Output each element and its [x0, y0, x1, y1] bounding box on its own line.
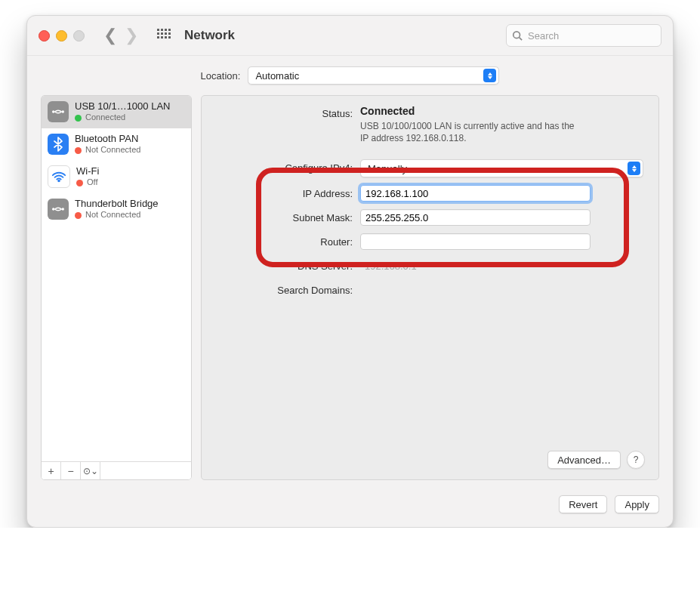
- status-description: USB 10/100/1000 LAN is currently active …: [360, 120, 579, 144]
- interface-detail-pane: Status: Connected USB 10/100/1000 LAN is…: [201, 95, 659, 480]
- configure-ipv4-popup[interactable]: Manually: [360, 159, 643, 177]
- sidebar-item-bluetooth-pan[interactable]: Bluetooth PAN Not Connected: [42, 128, 191, 161]
- location-popup[interactable]: Automatic: [248, 66, 499, 85]
- minimize-window-button[interactable]: [56, 30, 67, 42]
- svg-point-5: [53, 208, 54, 210]
- ethernet-icon: [48, 199, 69, 220]
- status-dot-icon: [75, 212, 82, 219]
- sidebar-item-label: USB 10/1…1000 LAN: [75, 100, 170, 112]
- wifi-icon: [48, 165, 70, 188]
- sidebar-item-status: Not Connected: [85, 210, 140, 220]
- search-field-wrap[interactable]: [506, 24, 661, 47]
- help-button[interactable]: ?: [627, 451, 645, 469]
- window-title: Network: [184, 28, 235, 43]
- bluetooth-icon: [48, 134, 69, 155]
- forward-button[interactable]: ❯: [125, 27, 138, 44]
- svg-line-1: [520, 38, 523, 41]
- configure-ipv4-value: Manually: [368, 163, 407, 174]
- sidebar-item-label: Bluetooth PAN: [75, 133, 140, 145]
- configure-ipv4-label: Configure IPv4:: [217, 159, 353, 174]
- nav-arrows: ❮ ❯: [103, 27, 138, 44]
- sidebar-item-status: Off: [87, 177, 97, 188]
- status-dot-icon: [76, 180, 83, 186]
- sidebar-item-label: Thunderbolt Bridge: [75, 198, 159, 210]
- subnet-mask-label: Subnet Mask:: [217, 209, 353, 223]
- svg-point-4: [58, 180, 60, 182]
- zoom-window-button[interactable]: [73, 30, 85, 42]
- window-toolbar: ❮ ❯ Network: [27, 16, 673, 56]
- sidebar-toolbar: + − ⊙⌄: [42, 461, 191, 479]
- remove-interface-button[interactable]: −: [61, 462, 81, 479]
- sidebar-item-wifi[interactable]: Wi-Fi Off: [42, 161, 191, 193]
- back-button[interactable]: ❮: [103, 27, 117, 44]
- search-icon: [512, 30, 523, 41]
- interface-list[interactable]: USB 10/1…1000 LAN Connected: [42, 96, 191, 461]
- svg-point-6: [62, 208, 63, 210]
- close-window-button[interactable]: [39, 30, 50, 42]
- status-label: Status:: [217, 105, 353, 119]
- sidebar-item-status: Connected: [85, 112, 125, 123]
- dns-server-label: DNS Server:: [217, 257, 353, 272]
- status-dot-icon: [75, 115, 82, 122]
- window-controls: [39, 30, 85, 42]
- chevron-updown-icon: [483, 69, 496, 82]
- location-label: Location:: [201, 70, 241, 82]
- ethernet-icon: [48, 101, 69, 122]
- router-input[interactable]: [360, 233, 591, 250]
- router-label: Router:: [217, 233, 353, 248]
- show-all-preferences-icon[interactable]: [157, 29, 171, 42]
- interface-sidebar: USB 10/1…1000 LAN Connected: [41, 95, 192, 480]
- apply-button[interactable]: Apply: [615, 495, 659, 513]
- sidebar-item-status: Not Connected: [85, 145, 140, 156]
- search-input[interactable]: [526, 29, 656, 42]
- ip-address-label: IP Address:: [217, 185, 353, 199]
- svg-point-2: [53, 111, 54, 112]
- add-interface-button[interactable]: +: [42, 462, 61, 479]
- search-domains-input[interactable]: [360, 282, 591, 298]
- network-preferences-window: ❮ ❯ Network Location: Automatic: [26, 15, 674, 528]
- location-bar: Location: Automatic: [27, 56, 673, 95]
- dns-server-input[interactable]: [360, 257, 591, 274]
- sidebar-item-label: Wi-Fi: [76, 165, 99, 177]
- window-footer: Revert Apply: [27, 488, 673, 527]
- status-dot-icon: [75, 147, 82, 154]
- revert-button[interactable]: Revert: [559, 495, 607, 513]
- interface-actions-button[interactable]: ⊙⌄: [81, 462, 100, 479]
- sidebar-item-usb-lan[interactable]: USB 10/1…1000 LAN Connected: [42, 96, 191, 128]
- search-domains-label: Search Domains:: [217, 282, 353, 296]
- sidebar-item-thunderbolt-bridge[interactable]: Thunderbolt Bridge Not Connected: [42, 193, 191, 226]
- ip-address-input[interactable]: [360, 185, 591, 202]
- chevron-updown-icon: [628, 162, 640, 175]
- advanced-button[interactable]: Advanced…: [547, 451, 621, 469]
- status-value: Connected: [360, 105, 643, 117]
- svg-point-3: [62, 111, 63, 112]
- svg-point-0: [513, 32, 520, 39]
- location-value: Automatic: [255, 70, 299, 82]
- subnet-mask-input[interactable]: [360, 209, 591, 226]
